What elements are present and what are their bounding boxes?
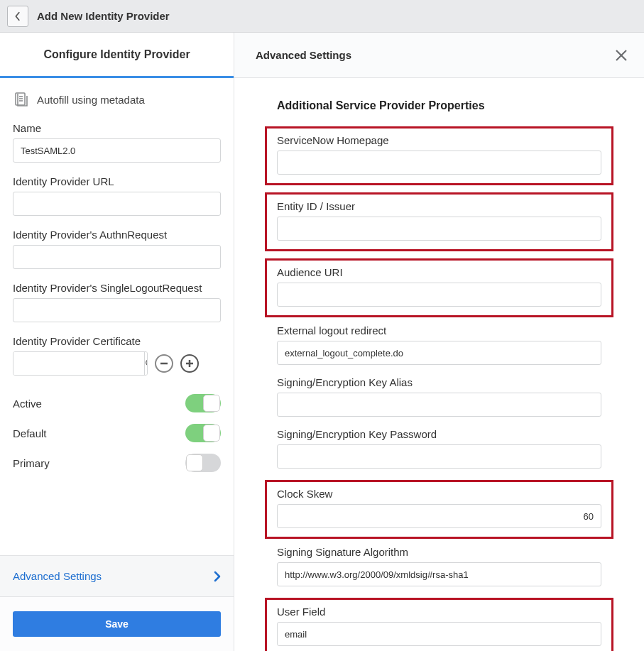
- advanced-settings-row[interactable]: Advanced Settings: [0, 555, 234, 596]
- minus-icon: [160, 359, 168, 368]
- autofill-label: Autofill using metadata: [37, 94, 145, 106]
- autofill-row[interactable]: Autofill using metadata: [13, 91, 221, 108]
- chevron-right-icon: [214, 571, 221, 582]
- remove-certificate-button[interactable]: [155, 354, 173, 373]
- name-input[interactable]: [13, 138, 221, 163]
- clock-skew-label: Clock Skew: [277, 488, 601, 500]
- default-label: Default: [13, 427, 47, 439]
- advanced-settings-label: Advanced Settings: [13, 570, 102, 582]
- user-field-input[interactable]: [277, 622, 601, 646]
- key-password-input[interactable]: [277, 444, 601, 469]
- left-panel-title: Configure Identity Provider: [43, 48, 190, 61]
- right-panel-title: Advanced Settings: [256, 49, 351, 61]
- external-logout-label: External logout redirect: [277, 324, 601, 337]
- entity-id-input[interactable]: [277, 217, 601, 241]
- user-field-label: User Field: [277, 606, 601, 618]
- slo-input[interactable]: [13, 298, 221, 322]
- slo-label: Identity Provider's SingleLogoutRequest: [13, 282, 221, 294]
- section-title: Additional Service Provider Properties: [277, 99, 601, 112]
- key-alias-label: Signing/Encryption Key Alias: [277, 376, 601, 388]
- name-label: Name: [13, 122, 221, 134]
- plus-icon: [185, 359, 194, 368]
- authnrequest-label: Identity Provider's AuthnRequest: [13, 229, 221, 241]
- certificate-search-button[interactable]: [144, 352, 148, 375]
- active-label: Active: [13, 398, 42, 410]
- homepage-input[interactable]: [277, 151, 601, 175]
- close-button[interactable]: [613, 47, 630, 64]
- key-password-label: Signing/Encryption Key Password: [277, 428, 601, 440]
- left-panel-header: Configure Identity Provider: [0, 33, 234, 78]
- homepage-label: ServiceNow Homepage: [277, 134, 601, 146]
- svg-point-4: [146, 360, 148, 366]
- primary-label: Primary: [13, 457, 50, 469]
- right-panel-header: Advanced Settings: [234, 33, 644, 78]
- audience-uri-label: Audience URI: [277, 266, 601, 278]
- left-panel: Configure Identity Provider Autofill usi…: [0, 33, 234, 651]
- signature-algorithm-input[interactable]: [277, 562, 601, 586]
- authnrequest-input[interactable]: [13, 245, 221, 269]
- close-icon: [615, 49, 628, 62]
- primary-toggle[interactable]: [185, 454, 221, 472]
- idp-url-input[interactable]: [13, 192, 221, 216]
- right-panel: Advanced Settings Additional Service Pro…: [234, 33, 644, 651]
- idp-url-label: Identity Provider URL: [13, 175, 221, 187]
- document-icon: [13, 91, 30, 108]
- chevron-left-icon: [14, 11, 21, 21]
- add-certificate-button[interactable]: [180, 354, 199, 373]
- key-alias-input[interactable]: [277, 393, 601, 417]
- top-bar: Add New Identity Provider: [0, 0, 644, 33]
- certificate-label: Identity Provider Certificate: [13, 335, 221, 347]
- audience-uri-input[interactable]: [277, 283, 601, 307]
- entity-id-label: Entity ID / Issuer: [277, 200, 601, 212]
- back-button[interactable]: [7, 6, 28, 27]
- certificate-input[interactable]: [13, 352, 144, 375]
- default-toggle[interactable]: [185, 424, 221, 442]
- signature-algorithm-label: Signing Signature Algorithm: [277, 546, 601, 558]
- page-title: Add New Identity Provider: [37, 10, 170, 22]
- search-icon: [145, 359, 148, 368]
- active-toggle[interactable]: [185, 394, 221, 412]
- save-button[interactable]: Save: [13, 611, 221, 637]
- clock-skew-input[interactable]: [277, 504, 601, 528]
- external-logout-input[interactable]: [277, 341, 601, 365]
